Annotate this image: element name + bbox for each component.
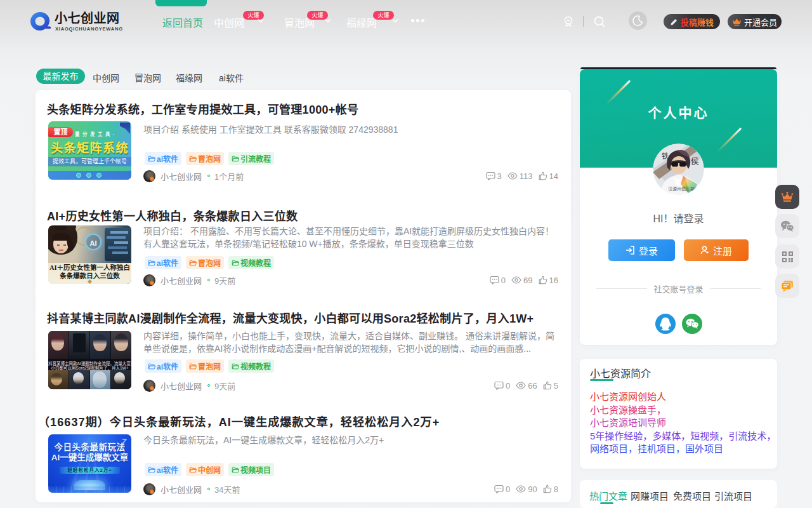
svg-text:侯: 侯: [691, 156, 699, 166]
svg-text:铁: 铁: [662, 152, 669, 160]
svg-text:汉源州俱乐部: 汉源州俱乐部: [668, 186, 695, 192]
